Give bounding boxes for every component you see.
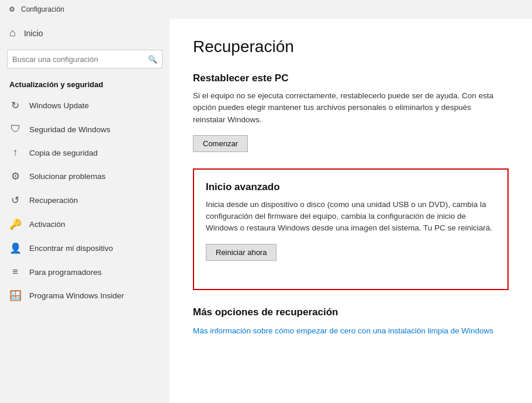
section-title: Actualización y seguridad xyxy=(0,75,170,94)
nav-label: Recuperación xyxy=(29,196,78,205)
search-box[interactable]: 🔍 xyxy=(7,50,163,68)
find-device-icon: 👤 xyxy=(9,242,21,254)
search-input[interactable] xyxy=(12,55,148,64)
activation-icon: 🔑 xyxy=(9,218,21,230)
reset-section: Restablecer este PC Si el equipo no se e… xyxy=(193,73,509,168)
shield-icon: 🛡 xyxy=(9,123,21,135)
reiniciar-button[interactable]: Reiniciar ahora xyxy=(206,244,277,261)
titlebar: ⚙ Configuración xyxy=(0,0,532,19)
content-area: Recuperación Restablecer este PC Si el e… xyxy=(170,19,532,403)
sidebar-item-developers[interactable]: ≡ Para programadores xyxy=(0,260,170,284)
sidebar-item-windows-update[interactable]: ↻ Windows Update xyxy=(0,94,170,118)
sidebar-home-button[interactable]: ⌂ Inicio xyxy=(0,19,170,47)
sidebar-item-backup[interactable]: ↑ Copia de seguridad xyxy=(0,141,170,164)
settings-icon: ⚙ xyxy=(7,5,16,14)
more-options-title: Más opciones de recuperación xyxy=(193,306,509,318)
comenzar-button[interactable]: Comenzar xyxy=(193,135,248,152)
titlebar-title: Configuración xyxy=(21,5,64,13)
home-icon: ⌂ xyxy=(9,27,16,39)
page-title: Recuperación xyxy=(193,37,509,56)
nav-label: Solucionar problemas xyxy=(29,172,106,181)
reset-title: Restablecer este PC xyxy=(193,73,509,84)
nav-label: Windows Update xyxy=(29,101,89,110)
insider-icon: 🪟 xyxy=(9,290,21,302)
sidebar: ⌂ Inicio 🔍 Actualización y seguridad ↻ W… xyxy=(0,19,170,403)
app-container: ⌂ Inicio 🔍 Actualización y seguridad ↻ W… xyxy=(0,19,532,403)
sidebar-item-recovery[interactable]: ↺ Recuperación xyxy=(0,188,170,212)
advanced-title: Inicio avanzado xyxy=(206,181,496,193)
backup-icon: ↑ xyxy=(9,147,21,159)
nav-label: Copia de seguridad xyxy=(29,149,98,157)
nav-label: Activación xyxy=(29,220,65,229)
windows-update-icon: ↻ xyxy=(9,99,21,112)
advanced-startup-section: Inicio avanzado Inicia desde un disposit… xyxy=(193,168,509,290)
sidebar-item-insider[interactable]: 🪟 Programa Windows Insider xyxy=(0,284,170,308)
troubleshoot-icon: ⚙ xyxy=(9,170,21,182)
developers-icon: ≡ xyxy=(9,266,21,278)
nav-label: Encontrar mi dispositivo xyxy=(29,244,113,253)
reset-description: Si el equipo no se ejecuta correctamente… xyxy=(193,90,497,126)
more-options-section: Más opciones de recuperación Más informa… xyxy=(193,306,509,337)
sidebar-item-windows-security[interactable]: 🛡 Seguridad de Windows xyxy=(0,118,170,141)
nav-label: Seguridad de Windows xyxy=(29,125,110,134)
sidebar-item-activation[interactable]: 🔑 Activación xyxy=(0,212,170,236)
search-icon: 🔍 xyxy=(148,55,157,64)
advanced-description: Inicia desde un dispositivo o disco (com… xyxy=(206,199,496,235)
clean-install-link[interactable]: Más información sobre cómo empezar de ce… xyxy=(193,325,497,337)
sidebar-item-find-device[interactable]: 👤 Encontrar mi dispositivo xyxy=(0,236,170,260)
nav-label: Para programadores xyxy=(29,268,102,277)
nav-label: Programa Windows Insider xyxy=(29,291,124,300)
recovery-icon: ↺ xyxy=(9,194,21,206)
home-label: Inicio xyxy=(24,29,43,38)
sidebar-item-troubleshoot[interactable]: ⚙ Solucionar problemas xyxy=(0,164,170,188)
